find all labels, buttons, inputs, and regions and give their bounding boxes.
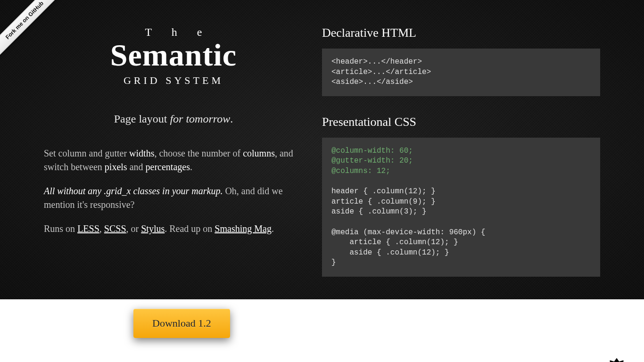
text-strong: columns xyxy=(243,148,275,158)
link-stylus[interactable]: Stylus xyxy=(141,223,165,234)
tagline-part: Page layout xyxy=(114,113,170,125)
text-em: All without any .grid_x classes in your … xyxy=(44,186,223,196)
text: . xyxy=(272,223,274,234)
title-main: Semantic xyxy=(44,40,303,71)
heading-presentational-css: Presentational CSS xyxy=(322,115,600,129)
title-the: T h e xyxy=(44,26,303,39)
examples-section: View Examples xyxy=(0,324,644,362)
link-smashing-mag[interactable]: Smashing Mag xyxy=(215,223,272,234)
text-strong: percentages xyxy=(146,162,190,172)
heading-declarative-html: Declarative HTML xyxy=(322,26,600,40)
download-button[interactable]: Download 1.2 xyxy=(133,309,230,338)
text: , choose the number of xyxy=(154,148,243,158)
hero-section: Fork me on GitHub T h e Semantic GRID SY… xyxy=(0,0,644,299)
code-block-html: <header>...</header> <article>...</artic… xyxy=(322,49,600,96)
text: , xyxy=(99,223,104,234)
intro-paragraph-1: Set column and gutter widths, choose the… xyxy=(44,147,303,174)
code-body: header { .column(12); } article { .colum… xyxy=(331,187,485,267)
text: , or xyxy=(126,223,141,234)
code-block-css: @column-width: 60; @gutter-width: 20; @c… xyxy=(322,138,600,277)
title-sub: GRID SYSTEM xyxy=(44,74,303,87)
text: Runs on xyxy=(44,223,77,234)
text: . xyxy=(190,162,192,172)
code-vars: @column-width: 60; @gutter-width: 20; @c… xyxy=(331,147,413,175)
link-less[interactable]: LESS xyxy=(77,223,99,234)
text: and xyxy=(127,162,146,172)
text: Set column and gutter xyxy=(44,148,129,158)
tagline: Page layout for tomorrow. xyxy=(44,113,303,125)
link-scss[interactable]: SCSS xyxy=(104,223,126,234)
text-strong: pixels xyxy=(105,162,127,172)
code-column: Declarative HTML <header>...</header> <a… xyxy=(322,26,605,296)
text: . Read up on xyxy=(165,223,215,234)
text-strong: widths xyxy=(129,148,154,158)
tagline-part: . xyxy=(230,113,233,125)
title-block: T h e Semantic GRID SYSTEM xyxy=(44,26,303,87)
intro-paragraph-2: All without any .grid_x classes in your … xyxy=(44,184,303,212)
tagline-em: for tomorrow xyxy=(170,113,230,125)
intro-column: T h e Semantic GRID SYSTEM Page layout f… xyxy=(39,26,303,296)
intro-paragraph-3: Runs on LESS, SCSS, or Stylus. Read up o… xyxy=(44,222,303,236)
